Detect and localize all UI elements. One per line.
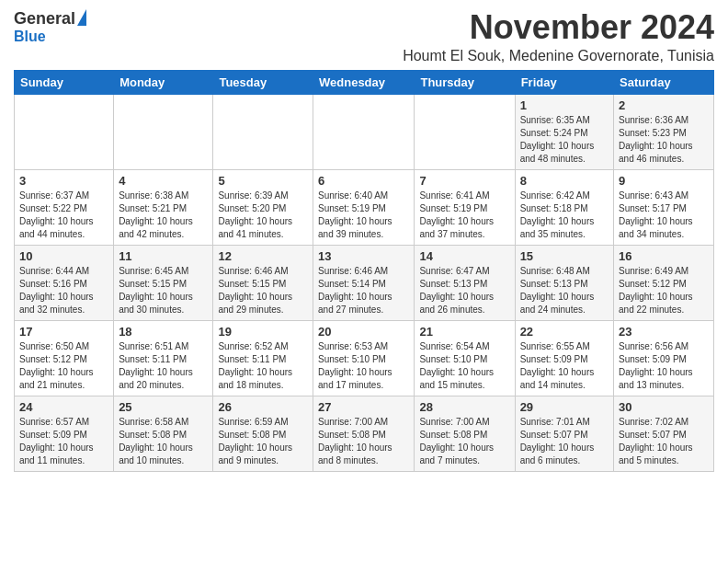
day-info: Sunrise: 7:02 AM Sunset: 5:07 PM Dayligh…: [619, 416, 709, 467]
calendar-cell: 10Sunrise: 6:44 AM Sunset: 5:16 PM Dayli…: [15, 245, 114, 320]
calendar-cell: 7Sunrise: 6:41 AM Sunset: 5:19 PM Daylig…: [415, 169, 515, 245]
day-number: 9: [619, 174, 709, 188]
calendar-table: SundayMondayTuesdayWednesdayThursdayFrid…: [14, 70, 714, 472]
calendar-cell: 16Sunrise: 6:49 AM Sunset: 5:12 PM Dayli…: [614, 245, 714, 320]
day-info: Sunrise: 6:41 AM Sunset: 5:19 PM Dayligh…: [419, 190, 509, 241]
calendar-cell: [313, 94, 415, 169]
weekday-header-wednesday: Wednesday: [313, 70, 415, 94]
weekday-header-tuesday: Tuesday: [213, 70, 313, 94]
day-number: 12: [218, 249, 308, 263]
day-info: Sunrise: 7:00 AM Sunset: 5:08 PM Dayligh…: [318, 416, 409, 467]
calendar-cell: [415, 94, 515, 169]
day-number: 29: [520, 400, 609, 414]
calendar-cell: 20Sunrise: 6:53 AM Sunset: 5:10 PM Dayli…: [313, 320, 415, 396]
day-number: 11: [119, 249, 208, 263]
weekday-header-monday: Monday: [114, 70, 213, 94]
day-number: 30: [619, 400, 709, 414]
day-info: Sunrise: 6:46 AM Sunset: 5:14 PM Dayligh…: [318, 265, 409, 316]
calendar-cell: [15, 94, 114, 169]
day-number: 25: [119, 400, 208, 414]
calendar-cell: 5Sunrise: 6:39 AM Sunset: 5:20 PM Daylig…: [213, 169, 313, 245]
calendar-cell: 4Sunrise: 6:38 AM Sunset: 5:21 PM Daylig…: [114, 169, 213, 245]
calendar-cell: 3Sunrise: 6:37 AM Sunset: 5:22 PM Daylig…: [15, 169, 114, 245]
calendar-cell: 8Sunrise: 6:42 AM Sunset: 5:18 PM Daylig…: [515, 169, 613, 245]
day-info: Sunrise: 6:53 AM Sunset: 5:10 PM Dayligh…: [318, 340, 409, 392]
day-number: 17: [19, 325, 108, 339]
calendar-cell: 9Sunrise: 6:43 AM Sunset: 5:17 PM Daylig…: [614, 169, 714, 245]
calendar-cell: 12Sunrise: 6:46 AM Sunset: 5:15 PM Dayli…: [213, 245, 313, 320]
calendar-cell: 22Sunrise: 6:55 AM Sunset: 5:09 PM Dayli…: [515, 320, 613, 396]
day-number: 7: [419, 174, 509, 188]
week-row-2: 3Sunrise: 6:37 AM Sunset: 5:22 PM Daylig…: [15, 169, 714, 245]
week-row-3: 10Sunrise: 6:44 AM Sunset: 5:16 PM Dayli…: [15, 245, 714, 320]
calendar-cell: 14Sunrise: 6:47 AM Sunset: 5:13 PM Dayli…: [415, 245, 515, 320]
day-info: Sunrise: 6:54 AM Sunset: 5:10 PM Dayligh…: [419, 340, 509, 392]
day-number: 14: [419, 249, 509, 263]
day-info: Sunrise: 6:48 AM Sunset: 5:13 PM Dayligh…: [520, 265, 609, 316]
calendar-cell: 19Sunrise: 6:52 AM Sunset: 5:11 PM Dayli…: [213, 320, 313, 396]
day-number: 27: [318, 400, 409, 414]
day-number: 20: [318, 325, 409, 339]
day-info: Sunrise: 7:01 AM Sunset: 5:07 PM Dayligh…: [520, 416, 609, 467]
day-info: Sunrise: 7:00 AM Sunset: 5:08 PM Dayligh…: [419, 416, 509, 467]
calendar-cell: [114, 94, 213, 169]
calendar-cell: 24Sunrise: 6:57 AM Sunset: 5:09 PM Dayli…: [15, 396, 114, 471]
day-number: 3: [19, 174, 108, 188]
day-number: 10: [19, 249, 108, 263]
day-info: Sunrise: 6:47 AM Sunset: 5:13 PM Dayligh…: [419, 265, 509, 316]
day-number: 15: [520, 249, 609, 263]
day-info: Sunrise: 6:49 AM Sunset: 5:12 PM Dayligh…: [619, 265, 709, 316]
day-info: Sunrise: 6:59 AM Sunset: 5:08 PM Dayligh…: [218, 416, 308, 467]
day-number: 23: [619, 325, 709, 339]
day-info: Sunrise: 6:43 AM Sunset: 5:17 PM Dayligh…: [619, 190, 709, 241]
day-info: Sunrise: 6:40 AM Sunset: 5:19 PM Dayligh…: [318, 190, 409, 241]
title-section: November 2024 Houmt El Souk, Medenine Go…: [403, 9, 714, 64]
calendar-cell: 15Sunrise: 6:48 AM Sunset: 5:13 PM Dayli…: [515, 245, 613, 320]
day-info: Sunrise: 6:42 AM Sunset: 5:18 PM Dayligh…: [520, 190, 609, 241]
day-number: 26: [218, 400, 308, 414]
calendar-cell: 25Sunrise: 6:58 AM Sunset: 5:08 PM Dayli…: [114, 396, 213, 471]
page-header: General Blue November 2024 Houmt El Souk…: [14, 9, 714, 64]
day-number: 2: [619, 98, 709, 112]
day-number: 8: [520, 174, 609, 188]
day-info: Sunrise: 6:58 AM Sunset: 5:08 PM Dayligh…: [119, 416, 208, 467]
location-subtitle: Houmt El Souk, Medenine Governorate, Tun…: [403, 48, 714, 64]
day-info: Sunrise: 6:50 AM Sunset: 5:12 PM Dayligh…: [19, 340, 108, 392]
weekday-header-sunday: Sunday: [15, 70, 114, 94]
day-info: Sunrise: 6:55 AM Sunset: 5:09 PM Dayligh…: [520, 340, 609, 392]
day-info: Sunrise: 6:35 AM Sunset: 5:24 PM Dayligh…: [520, 114, 609, 166]
weekday-header-thursday: Thursday: [415, 70, 515, 94]
calendar-cell: 30Sunrise: 7:02 AM Sunset: 5:07 PM Dayli…: [614, 396, 714, 471]
calendar-cell: 27Sunrise: 7:00 AM Sunset: 5:08 PM Dayli…: [313, 396, 415, 471]
day-info: Sunrise: 6:36 AM Sunset: 5:23 PM Dayligh…: [619, 114, 709, 166]
calendar-cell: 17Sunrise: 6:50 AM Sunset: 5:12 PM Dayli…: [15, 320, 114, 396]
logo: General Blue: [14, 9, 86, 45]
week-row-5: 24Sunrise: 6:57 AM Sunset: 5:09 PM Dayli…: [15, 396, 714, 471]
day-number: 22: [520, 325, 609, 339]
day-number: 13: [318, 249, 409, 263]
weekday-header-friday: Friday: [515, 70, 613, 94]
day-info: Sunrise: 6:46 AM Sunset: 5:15 PM Dayligh…: [218, 265, 308, 316]
calendar-cell: 26Sunrise: 6:59 AM Sunset: 5:08 PM Dayli…: [213, 396, 313, 471]
day-info: Sunrise: 6:39 AM Sunset: 5:20 PM Dayligh…: [218, 190, 308, 241]
calendar-cell: 23Sunrise: 6:56 AM Sunset: 5:09 PM Dayli…: [614, 320, 714, 396]
day-info: Sunrise: 6:52 AM Sunset: 5:11 PM Dayligh…: [218, 340, 308, 392]
calendar-cell: 29Sunrise: 7:01 AM Sunset: 5:07 PM Dayli…: [515, 396, 613, 471]
day-number: 28: [419, 400, 509, 414]
calendar-cell: 18Sunrise: 6:51 AM Sunset: 5:11 PM Dayli…: [114, 320, 213, 396]
week-row-1: 1Sunrise: 6:35 AM Sunset: 5:24 PM Daylig…: [15, 94, 714, 169]
day-number: 19: [218, 325, 308, 339]
day-number: 18: [119, 325, 208, 339]
calendar-cell: 28Sunrise: 7:00 AM Sunset: 5:08 PM Dayli…: [415, 396, 515, 471]
day-info: Sunrise: 6:38 AM Sunset: 5:21 PM Dayligh…: [119, 190, 208, 241]
calendar-cell: 21Sunrise: 6:54 AM Sunset: 5:10 PM Dayli…: [415, 320, 515, 396]
day-number: 16: [619, 249, 709, 263]
day-info: Sunrise: 6:56 AM Sunset: 5:09 PM Dayligh…: [619, 340, 709, 392]
day-info: Sunrise: 6:45 AM Sunset: 5:15 PM Dayligh…: [119, 265, 208, 316]
day-number: 21: [419, 325, 509, 339]
day-number: 6: [318, 174, 409, 188]
day-info: Sunrise: 6:37 AM Sunset: 5:22 PM Dayligh…: [19, 190, 108, 241]
calendar-cell: [213, 94, 313, 169]
logo-triangle-icon: [77, 9, 86, 26]
calendar-cell: 11Sunrise: 6:45 AM Sunset: 5:15 PM Dayli…: [114, 245, 213, 320]
